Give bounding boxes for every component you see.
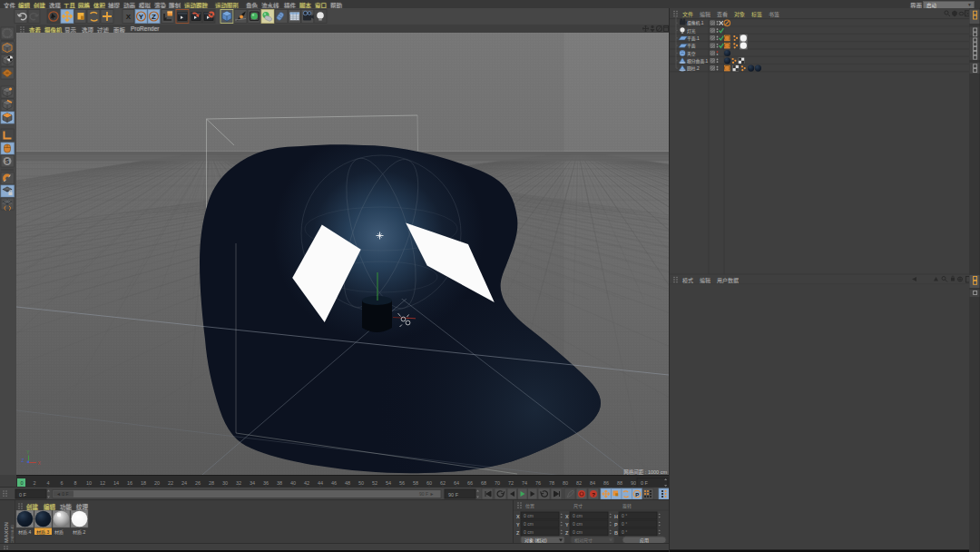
svg-text:网格间距 : 1000 cm: 网格间距 : 1000 cm (623, 468, 667, 476)
svg-text:0 °: 0 ° (622, 529, 627, 535)
svg-text:38: 38 (277, 480, 282, 486)
svg-text:Y: Y (565, 522, 569, 527)
svg-text:0 cm: 0 cm (524, 521, 534, 527)
svg-text:0: 0 (20, 480, 23, 486)
svg-text:MAXON: MAXON (3, 521, 9, 543)
svg-text:X: X (565, 514, 569, 519)
svg-text:76: 76 (535, 480, 541, 486)
svg-text:70: 70 (495, 480, 500, 486)
svg-text:圆柱.2: 圆柱.2 (687, 65, 700, 72)
svg-text:细分曲面.1: 细分曲面.1 (687, 58, 709, 64)
svg-text:12: 12 (100, 480, 105, 486)
svg-text:0 cm: 0 cm (524, 513, 534, 518)
svg-text:标签: 标签 (751, 11, 762, 18)
svg-text:0 cm: 0 cm (573, 529, 583, 535)
svg-text:文件: 文件 (682, 11, 693, 18)
svg-text:书签: 书签 (769, 11, 779, 18)
svg-text:P: P (635, 492, 639, 498)
svg-text:0 cm: 0 cm (524, 529, 534, 535)
svg-text:CINEMA 4D: CINEMA 4D (11, 525, 15, 544)
svg-text:?: ? (592, 492, 595, 498)
svg-text:模式: 模式 (682, 277, 693, 284)
svg-text:80: 80 (563, 480, 568, 486)
svg-text:84: 84 (590, 480, 595, 486)
svg-text:摄像机.1: 摄像机.1 (687, 20, 704, 26)
svg-text:56: 56 (399, 480, 405, 486)
svg-text:46: 46 (331, 480, 337, 486)
svg-text:0 °: 0 ° (622, 513, 627, 518)
svg-text:16: 16 (127, 480, 132, 486)
svg-text:10: 10 (86, 480, 92, 486)
svg-text:54: 54 (386, 480, 391, 486)
svg-text:62: 62 (440, 480, 446, 486)
svg-text:S: S (5, 158, 10, 164)
svg-text:20: 20 (154, 480, 160, 486)
svg-text:36: 36 (263, 480, 269, 486)
svg-text:Y: Y (139, 13, 144, 21)
svg-text:材质.4: 材质.4 (18, 529, 31, 536)
svg-text:60: 60 (426, 480, 432, 486)
svg-text:68: 68 (481, 480, 486, 486)
svg-text:0 F: 0 F (641, 480, 649, 486)
svg-text:H: H (614, 514, 618, 519)
svg-text:X: X (126, 13, 132, 21)
svg-text:Y: Y (516, 522, 520, 527)
svg-text:对象: 对象 (734, 11, 745, 17)
svg-text:B: B (614, 530, 618, 536)
svg-text:天空: 天空 (687, 51, 696, 57)
svg-text:34: 34 (250, 480, 255, 486)
svg-text:P: P (614, 522, 618, 527)
svg-text:0 cm: 0 cm (573, 513, 583, 518)
svg-text:0 cm: 0 cm (573, 521, 583, 527)
svg-text:48: 48 (345, 480, 350, 486)
svg-text:材质.3: 材质.3 (36, 529, 49, 536)
svg-text:78: 78 (549, 480, 554, 486)
svg-text:编辑: 编辑 (700, 11, 710, 18)
svg-text:42: 42 (304, 480, 309, 486)
svg-text:30: 30 (222, 480, 228, 486)
svg-text:90: 90 (631, 480, 636, 486)
svg-text:用户数据: 用户数据 (717, 277, 739, 284)
svg-text:88: 88 (617, 480, 622, 486)
svg-text:查看: 查看 (717, 11, 728, 18)
svg-text:材质.2: 材质.2 (73, 529, 85, 536)
svg-text:Z: Z (516, 530, 520, 536)
svg-text:32: 32 (236, 480, 241, 486)
svg-text:Z: Z (152, 13, 156, 21)
svg-text:90 F: 90 F (448, 492, 459, 498)
svg-text:◄ 0 F: ◄ 0 F (56, 491, 69, 497)
svg-text:44: 44 (318, 480, 323, 486)
svg-text:Z: Z (22, 458, 24, 463)
svg-text:24: 24 (181, 480, 187, 486)
svg-text:64: 64 (454, 480, 459, 486)
svg-text:90 F ►: 90 F ► (419, 491, 434, 497)
svg-text:40: 40 (290, 480, 296, 486)
svg-text:0 F: 0 F (19, 492, 27, 498)
svg-text:Z: Z (565, 530, 569, 536)
svg-text:58: 58 (413, 480, 418, 486)
svg-text:50: 50 (358, 480, 364, 486)
svg-text:22: 22 (168, 480, 173, 486)
svg-text:旋转: 旋转 (622, 503, 632, 509)
svg-text:18: 18 (141, 480, 146, 486)
svg-text:66: 66 (467, 480, 473, 486)
svg-text:86: 86 (603, 480, 609, 486)
svg-text:6: 6 (60, 480, 63, 486)
svg-text:灯光: 灯光 (687, 28, 696, 34)
svg-text:74: 74 (522, 480, 527, 486)
svg-text:2: 2 (33, 480, 35, 486)
svg-text:26: 26 (195, 480, 201, 486)
svg-text:编辑: 编辑 (700, 277, 710, 284)
svg-text:52: 52 (372, 480, 377, 486)
svg-text:4: 4 (46, 480, 49, 486)
svg-text:28: 28 (209, 480, 214, 486)
svg-text:位置: 位置 (525, 503, 534, 509)
svg-text:82: 82 (576, 480, 582, 486)
svg-text:尺寸: 尺寸 (573, 503, 583, 509)
svg-text:72: 72 (508, 480, 514, 486)
svg-text:X: X (516, 514, 520, 519)
svg-text:8: 8 (74, 480, 76, 486)
svg-text:材质: 材质 (54, 529, 64, 536)
svg-text:14: 14 (113, 480, 119, 486)
svg-text:0 °: 0 ° (622, 521, 627, 527)
